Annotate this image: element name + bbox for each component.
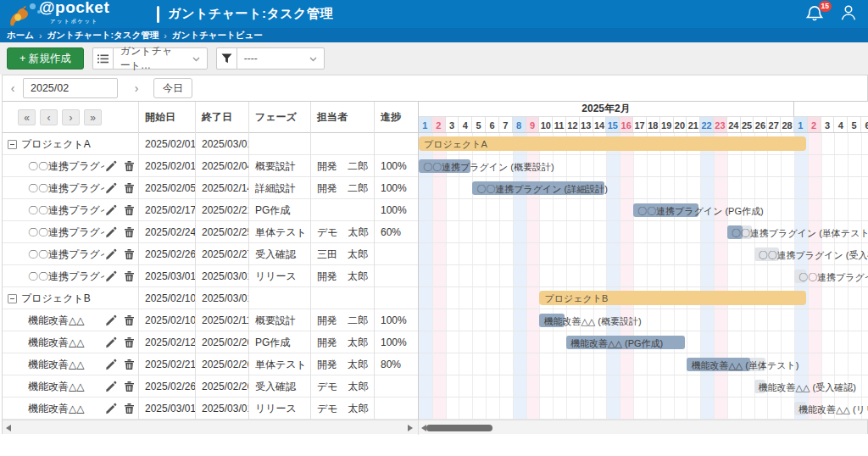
task-name: 機能改善△△ (21, 375, 104, 398)
assignee-cell (310, 133, 374, 155)
edit-pencil-icon[interactable] (105, 248, 117, 260)
column-divider (248, 102, 249, 133)
next-page-button[interactable]: › (62, 109, 80, 125)
column-divider (195, 177, 196, 199)
table-scroll-right-arrow[interactable] (408, 425, 413, 431)
start-date-cell: 2025/02/21 (138, 353, 195, 375)
kangaroo-logo-icon (7, 3, 32, 28)
delete-trash-icon[interactable] (124, 248, 136, 260)
edit-pencil-icon[interactable] (105, 336, 117, 348)
column-divider (195, 309, 196, 331)
delete-trash-icon[interactable] (124, 160, 136, 172)
column-divider (138, 265, 139, 287)
account-button[interactable] (839, 3, 858, 25)
progress-cell: 100% (374, 155, 418, 177)
column-divider (138, 375, 139, 398)
breadcrumb-app[interactable]: ガントチャート:タスク管理 (47, 30, 159, 42)
task-row: 〇〇連携プラグイン2025/02/052025/02/14詳細設計開発 二郎10… (3, 177, 418, 199)
column-divider (138, 102, 139, 133)
breadcrumb-view[interactable]: ガントチャートビュー (172, 30, 263, 42)
column-divider (195, 243, 196, 265)
delete-trash-icon[interactable] (124, 359, 136, 370)
day-header-cell: 2 (808, 117, 821, 133)
filter-select[interactable]: ---- (236, 47, 325, 70)
phase-cell: リリース (248, 265, 310, 287)
column-divider (195, 398, 196, 420)
day-header-cell: 23 (714, 117, 727, 133)
column-divider (138, 309, 139, 331)
column-divider (195, 265, 196, 287)
delete-trash-icon[interactable] (124, 270, 136, 282)
edit-pencil-icon[interactable] (105, 314, 117, 326)
breadcrumb-separator: › (39, 31, 42, 41)
gantt-grid: « ‹ › » 開始日 終了日 フェーズ 担当者 進捗 2025年2月12345… (3, 101, 867, 419)
view-select[interactable]: ガントチャート… (113, 47, 208, 70)
project-name: プロジェクトA (14, 133, 138, 155)
progress-cell (374, 133, 418, 155)
delete-trash-icon[interactable] (124, 336, 136, 348)
column-divider (374, 177, 375, 199)
delete-trash-icon[interactable] (124, 403, 136, 414)
breadcrumb-home[interactable]: ホーム (7, 30, 34, 42)
column-divider (374, 375, 375, 398)
prev-page-button[interactable]: ‹ (40, 109, 58, 125)
breadcrumb: ホーム › ガントチャート:タスク管理 › ガントチャートビュー (0, 28, 868, 42)
row-gridline (419, 198, 868, 199)
column-divider (138, 199, 139, 221)
delete-trash-icon[interactable] (124, 226, 136, 238)
column-divider (138, 155, 139, 177)
assignee-cell: 開発 二郎 (310, 309, 374, 331)
column-divider (195, 287, 196, 309)
first-page-button[interactable]: « (18, 109, 36, 125)
edit-pencil-icon[interactable] (105, 359, 117, 370)
day-header-cell: 24 (727, 117, 741, 133)
column-divider (138, 353, 139, 375)
edit-pencil-icon[interactable] (105, 182, 117, 194)
assignee-cell: 開発 二郎 (310, 155, 374, 177)
breadcrumb-separator: › (164, 31, 167, 41)
phase-cell: 受入確認 (248, 243, 310, 265)
edit-pencil-icon[interactable] (105, 270, 117, 282)
edit-pencil-icon[interactable] (105, 226, 117, 238)
table-scroll-left-arrow[interactable] (6, 425, 11, 431)
filter-select-group: ---- (216, 47, 325, 70)
row-gridline (419, 353, 868, 353)
phase-cell (248, 287, 310, 309)
delete-trash-icon[interactable] (124, 204, 136, 216)
assignee-cell: 開発 二郎 (310, 177, 374, 199)
notifications-button[interactable]: 15 (805, 4, 826, 25)
new-record-button[interactable]: + 新規作成 (7, 47, 84, 70)
end-date-cell: 2025/02/26 (195, 353, 248, 375)
phase-cell: リリース (248, 398, 310, 420)
last-page-button[interactable]: » (84, 109, 102, 125)
column-divider (195, 331, 196, 353)
month-input[interactable] (23, 78, 118, 98)
start-date-cell: 2025/02/10 (138, 309, 195, 331)
month-header (794, 102, 868, 117)
edit-pencil-icon[interactable] (105, 381, 117, 392)
delete-trash-icon[interactable] (124, 381, 136, 392)
col-header-start: 開始日 (138, 102, 195, 133)
edit-pencil-icon[interactable] (105, 160, 117, 172)
column-divider (195, 375, 196, 398)
gantt-scrollbar-thumb[interactable] (426, 425, 492, 431)
today-button[interactable]: 今日 (153, 78, 192, 98)
task-bar-label: 〇〇連携プラグイン (単体テスト) (732, 227, 868, 240)
day-header-cell: 15 (606, 117, 620, 133)
task-name: 〇〇連携プラグイン (21, 177, 104, 199)
column-divider (248, 398, 249, 420)
prev-month-button[interactable]: ‹ (8, 81, 18, 95)
progress-cell: 60% (374, 221, 418, 243)
row-gridline (419, 242, 868, 243)
app-logo[interactable]: @pocket アットポケット (7, 0, 109, 29)
edit-pencil-icon[interactable] (105, 403, 117, 414)
table-header: « ‹ › » 開始日 終了日 フェーズ 担当者 進捗 (3, 102, 418, 133)
delete-trash-icon[interactable] (124, 314, 136, 326)
column-divider (138, 287, 139, 309)
edit-pencil-icon[interactable] (105, 204, 117, 216)
delete-trash-icon[interactable] (124, 182, 136, 194)
task-name: 〇〇連携プラグイン (21, 265, 104, 287)
next-month-button[interactable]: › (131, 81, 142, 95)
day-header-cell: 26 (754, 117, 768, 133)
end-date-cell: 2025/02/11 (195, 309, 248, 331)
